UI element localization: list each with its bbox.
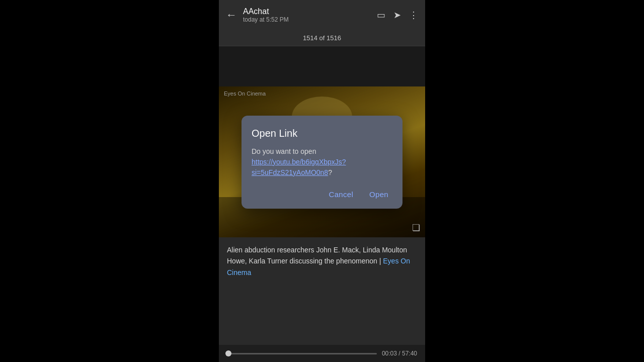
more-icon[interactable]: ⋮ — [409, 10, 418, 21]
dialog-body: Do you want to open https://youtu.be/b6i… — [252, 146, 392, 178]
spacer — [219, 46, 425, 86]
dialog-actions: Cancel Open — [252, 188, 392, 201]
share-icon[interactable]: ➤ — [393, 10, 401, 21]
chat-title: AAchat — [243, 7, 371, 16]
cancel-button[interactable]: Cancel — [325, 188, 358, 201]
screen-icon[interactable]: ▭ — [377, 10, 385, 21]
video-thumbnail[interactable]: Eyes On Cinema Open Link Do you want to … — [219, 86, 425, 237]
back-button[interactable]: ← — [226, 9, 237, 22]
counter-text: 1514 of 1516 — [303, 34, 341, 42]
total-time: 57:40 — [402, 350, 417, 357]
description-text-main: Alien abduction researchers John E. Mack… — [227, 246, 407, 265]
message-counter: 1514 of 1516 — [219, 30, 425, 46]
header-info: AAchat today at 5:52 PM — [243, 7, 371, 23]
description-text: Alien abduction researchers John E. Mack… — [227, 244, 417, 278]
progress-track[interactable] — [227, 353, 377, 354]
dialog-overlay: Open Link Do you want to open https://yo… — [219, 86, 425, 237]
dialog-body-prefix: Do you want to open — [252, 147, 316, 155]
progress-time: 00:03 / 57:40 — [382, 350, 417, 357]
time-separator: / — [397, 350, 402, 357]
open-link-dialog: Open Link Do you want to open https://yo… — [242, 116, 403, 209]
description-area: Alien abduction researchers John E. Mack… — [219, 237, 425, 345]
chat-header: ← AAchat today at 5:52 PM ▭ ➤ ⋮ — [219, 0, 425, 30]
progress-thumb[interactable] — [225, 350, 231, 356]
current-time: 00:03 — [382, 350, 397, 357]
open-button[interactable]: Open — [365, 188, 392, 201]
dialog-body-suffix: ? — [328, 168, 332, 176]
chat-subtitle: today at 5:52 PM — [243, 16, 371, 23]
phone-screen: ← AAchat today at 5:52 PM ▭ ➤ ⋮ 1514 of … — [219, 0, 425, 362]
header-actions: ▭ ➤ ⋮ — [377, 10, 418, 21]
dialog-title: Open Link — [252, 128, 392, 139]
progress-bar-area: 00:03 / 57:40 — [219, 345, 425, 362]
